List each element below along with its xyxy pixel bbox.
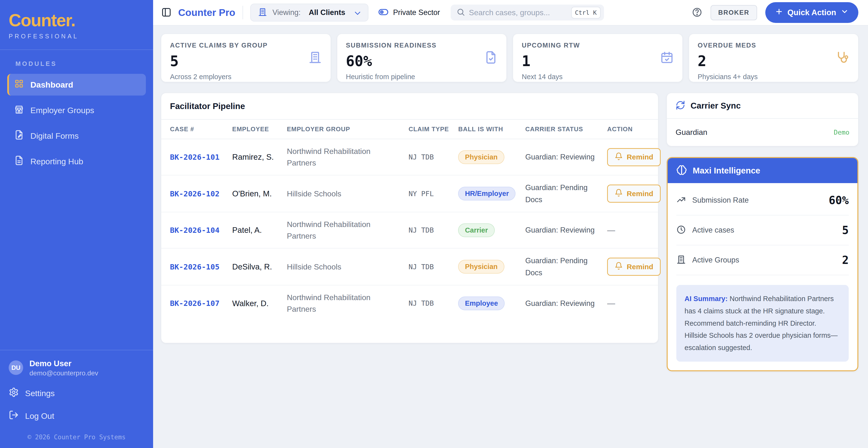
- settings-link[interactable]: Settings: [0, 382, 153, 405]
- case-link[interactable]: BK-2026-102: [161, 189, 228, 198]
- ball-is-with-badge: Physician: [458, 150, 504, 164]
- no-action-dash: —: [603, 299, 658, 308]
- file-pen-icon: [14, 130, 24, 142]
- content: ACTIVE CLAIMS BY GROUP 5 Across 2 employ…: [153, 26, 868, 448]
- sidebar-item-label: Digital Forms: [30, 131, 79, 141]
- col-action: ACTION: [603, 125, 658, 133]
- search-input[interactable]: [469, 8, 567, 17]
- brand-logo: Counter.: [9, 11, 145, 29]
- table-row: BK-2026-104 Patel, A. Northwind Rehabili…: [161, 212, 658, 248]
- carrier-sync-card: Carrier Sync Guardian Demo: [667, 93, 858, 146]
- logout-label: Log Out: [25, 411, 54, 421]
- table-row: BK-2026-101 Ramirez, S. Northwind Rehabi…: [161, 139, 658, 175]
- user-email: demo@counterpro.dev: [29, 369, 98, 377]
- claim-type: NJ TDB: [405, 226, 454, 234]
- carrier-sync-title: Carrier Sync: [690, 101, 741, 111]
- metric-label: Active cases: [692, 226, 734, 235]
- col-employer-group: EMPLOYER GROUP: [283, 125, 405, 133]
- sidebar: Counter. PROFESSIONAL MODULES Dashboard …: [0, 0, 153, 448]
- search-icon: [457, 8, 465, 18]
- private-sector-toggle[interactable]: Private Sector: [378, 7, 440, 18]
- header-right: BROKER Quick Action: [692, 2, 858, 23]
- role-badge: BROKER: [711, 5, 757, 20]
- plus-icon: [775, 7, 783, 18]
- brand-subtitle: PROFESSIONAL: [9, 33, 145, 40]
- facilitator-pipeline-card: Facilitator Pipeline CASE # EMPLOYEE EMP…: [161, 93, 658, 343]
- sidebar-item-label: Employer Groups: [30, 106, 94, 115]
- building-icon: [308, 51, 322, 65]
- remind-button[interactable]: Remind: [607, 258, 661, 276]
- ball-is-with-badge: Employee: [458, 297, 505, 310]
- case-link[interactable]: BK-2026-104: [161, 226, 228, 235]
- ai-summary-text: Northwind Rehabilitation Partners has 4 …: [684, 295, 838, 352]
- sidebar-item-digital-forms[interactable]: Digital Forms: [7, 125, 146, 147]
- carrier-name: Guardian: [676, 128, 707, 137]
- stat-card-submission-readiness: SUBMISSION READINESS 60% Heuristic from …: [337, 34, 507, 82]
- help-circle-icon: [692, 7, 702, 18]
- claim-type: NJ TDB: [405, 263, 454, 271]
- stethoscope-icon: [836, 51, 849, 65]
- sidebar-item-dashboard[interactable]: Dashboard: [7, 74, 146, 95]
- case-link[interactable]: BK-2026-107: [161, 299, 228, 307]
- sidebar-toggle-button[interactable]: [161, 7, 172, 18]
- user-name: Demo User: [29, 358, 98, 368]
- store-icon: [14, 104, 24, 116]
- copyright: © 2026 Counter Pro Systems: [0, 427, 153, 448]
- user-profile[interactable]: DU Demo User demo@counterpro.dev: [0, 350, 153, 382]
- employee-name: Walker, D.: [228, 297, 283, 309]
- employer-group: Northwind Rehabilitation Partners: [283, 146, 405, 169]
- remind-button[interactable]: Remind: [607, 184, 661, 203]
- maxi-body: Submission Rate 60% Active cases 5 Activ…: [668, 183, 858, 370]
- top-header: Counter Pro Viewing: All Clients Private…: [153, 0, 868, 26]
- help-button[interactable]: [692, 7, 702, 18]
- bell-icon: [615, 189, 623, 199]
- carrier-status: Guardian: Pending Docs: [521, 182, 603, 206]
- claim-type: NJ TDB: [405, 299, 454, 307]
- ball-is-with-badge: HR/Employer: [458, 187, 516, 201]
- table-row: BK-2026-107 Walker, D. Northwind Rehabil…: [161, 286, 658, 321]
- quick-action-button[interactable]: Quick Action: [765, 2, 858, 23]
- search-shortcut-badge: Ctrl K: [571, 7, 600, 19]
- col-case: CASE #: [161, 125, 228, 133]
- stat-label: SUBMISSION READINESS: [346, 42, 498, 49]
- pipeline-title: Facilitator Pipeline: [161, 93, 658, 119]
- remind-button[interactable]: Remind: [607, 148, 661, 166]
- stat-value: 5: [170, 53, 322, 69]
- metric-row-active-cases: Active cases 5: [676, 215, 849, 245]
- settings-label: Settings: [25, 389, 55, 398]
- calendar-check-icon: [660, 51, 674, 65]
- bell-icon: [615, 152, 623, 162]
- sidebar-item-reporting-hub[interactable]: Reporting Hub: [7, 151, 146, 172]
- remind-label: Remind: [627, 190, 653, 198]
- employer-group: Northwind Rehabilitation Partners: [283, 292, 405, 315]
- employer-group: Hillside Schools: [283, 188, 405, 200]
- sidebar-item-label: Reporting Hub: [30, 157, 83, 166]
- employee-name: Patel, A.: [228, 224, 283, 236]
- stat-sub: Next 14 days: [522, 73, 674, 81]
- employer-group: Hillside Schools: [283, 261, 405, 273]
- sidebar-item-employer-groups[interactable]: Employer Groups: [7, 99, 146, 121]
- claim-type: NJ TDB: [405, 153, 454, 161]
- stat-sub: Heuristic from pipeline: [346, 73, 498, 81]
- dashboard-grid-icon: [14, 79, 24, 91]
- col-employee: EMPLOYEE: [228, 125, 283, 133]
- metric-row-active-groups: Active Groups 2: [676, 245, 849, 275]
- stat-value: 2: [698, 53, 850, 69]
- case-link[interactable]: BK-2026-101: [161, 153, 228, 161]
- case-link[interactable]: BK-2026-105: [161, 263, 228, 271]
- viewing-label: Viewing:: [273, 8, 301, 17]
- ai-summary-box: AI Summary: Northwind Rehabilitation Par…: [676, 285, 849, 362]
- logout-link[interactable]: Log Out: [0, 405, 153, 427]
- app-root: Counter. PROFESSIONAL MODULES Dashboard …: [0, 0, 868, 448]
- ball-is-with-badge: Physician: [458, 260, 504, 274]
- metric-label: Active Groups: [692, 256, 739, 264]
- metric-value: 60%: [829, 194, 849, 207]
- quick-action-label: Quick Action: [787, 8, 836, 17]
- viewing-selector[interactable]: Viewing: All Clients: [250, 4, 368, 22]
- logout-icon: [9, 410, 19, 422]
- modules-section-label: MODULES: [16, 60, 153, 67]
- file-text-icon: [14, 155, 24, 168]
- header-divider: [243, 6, 243, 19]
- claim-type: NY PFL: [405, 190, 454, 198]
- carrier-env-badge: Demo: [834, 128, 849, 136]
